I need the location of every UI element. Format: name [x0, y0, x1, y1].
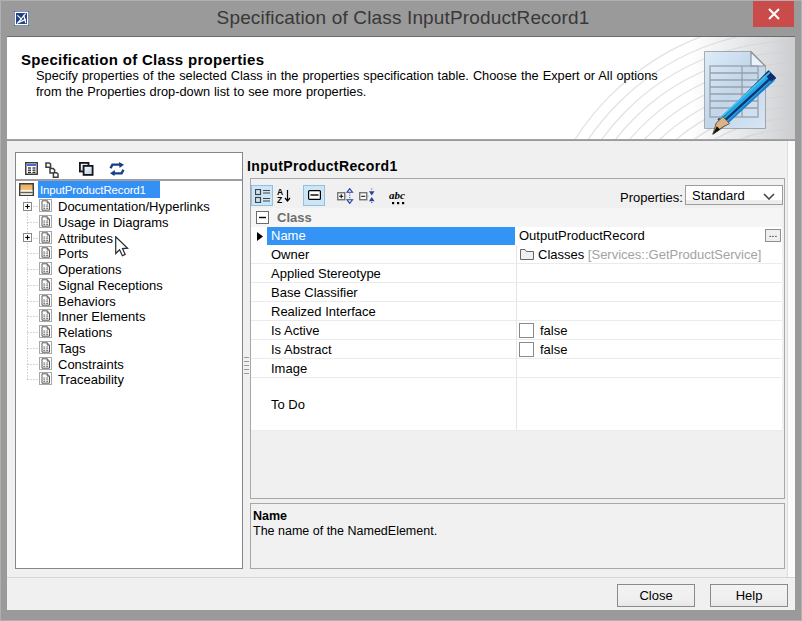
svg-text:abc: abc [389, 189, 405, 201]
svg-text:Z: Z [277, 195, 282, 204]
